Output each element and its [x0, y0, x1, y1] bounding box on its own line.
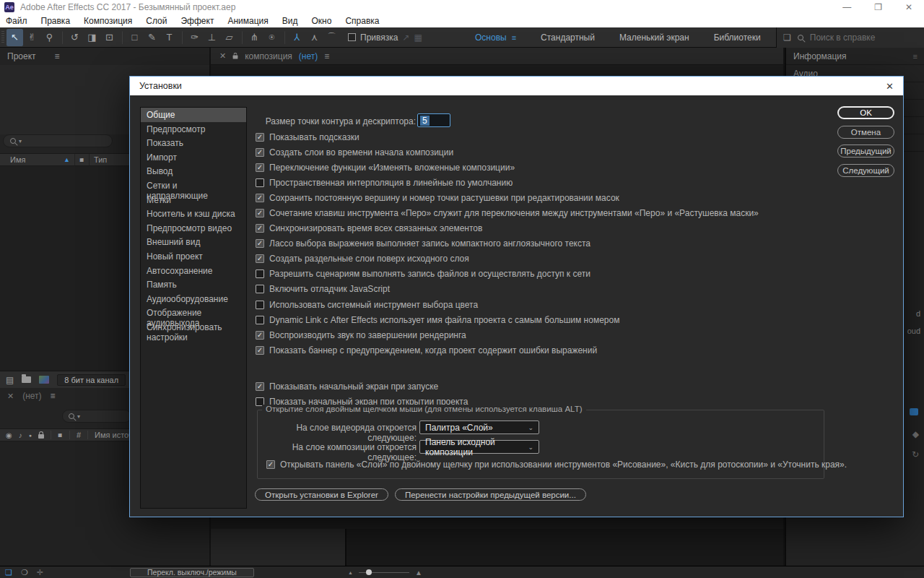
workspace-panel-icon[interactable]: ❏: [783, 33, 791, 43]
category-item[interactable]: Вывод: [141, 164, 246, 178]
comp-open-dropdown[interactable]: Панель исходной композиции ⌄: [419, 440, 539, 454]
layer-number-column[interactable]: #: [77, 431, 81, 439]
menu-item[interactable]: Вид: [282, 16, 298, 26]
graph-editor-icon[interactable]: ❍: [21, 568, 28, 577]
tag-icon[interactable]: ◆: [56, 431, 64, 439]
zoom-in-icon[interactable]: ▲: [415, 569, 422, 577]
preference-row[interactable]: Открывать панель «Слой» по двойному щелч…: [266, 460, 847, 470]
checkbox-icon[interactable]: [256, 346, 264, 355]
camera-tool-icon[interactable]: ◨: [84, 29, 100, 46]
close-tab-icon[interactable]: ✕: [7, 392, 14, 401]
puppet-pin-tool-icon[interactable]: ⍟: [263, 29, 280, 46]
zoom-out-icon[interactable]: ▲: [348, 570, 353, 575]
workspace-tab-basics[interactable]: Основы ≡: [475, 33, 516, 43]
preference-row[interactable]: Лассо выбора выражения выполняет запись …: [256, 236, 759, 251]
checkbox-icon[interactable]: [256, 148, 264, 157]
snap-option-icon[interactable]: ▦: [414, 33, 422, 43]
project-search-input[interactable]: ▾: [3, 134, 113, 147]
category-item[interactable]: Показать: [141, 136, 246, 150]
close-tab-icon[interactable]: ✕: [219, 51, 226, 61]
snap-checkbox[interactable]: [348, 33, 356, 41]
shape-tool-icon[interactable]: □: [126, 29, 143, 46]
pan-behind-tool-icon[interactable]: ⊡: [101, 29, 118, 46]
toolbar-grip[interactable]: [1, 31, 4, 44]
ok-button[interactable]: OK: [837, 106, 894, 119]
refresh-cursor-icon[interactable]: ↻: [912, 449, 919, 460]
column-name[interactable]: Имя ▲: [0, 154, 75, 165]
checkbox-icon[interactable]: [256, 163, 264, 172]
toolbar-separator[interactable]: [242, 31, 243, 44]
dialog-close-icon[interactable]: ✕: [886, 81, 894, 92]
open-prefs-in-explorer-button[interactable]: Открыть установки в Explorer: [255, 488, 388, 501]
preference-row[interactable]: Dynamic Link с After Effects использует …: [256, 312, 759, 327]
checkbox-icon[interactable]: [256, 133, 264, 142]
panel-menu-icon[interactable]: ≡: [51, 391, 56, 401]
selection-tool-icon[interactable]: ↖: [6, 29, 23, 46]
preference-row[interactable]: Создать слои во времени начала композици…: [256, 144, 759, 160]
preference-row[interactable]: Разрешить сценариям выполнять запись фай…: [256, 267, 759, 282]
new-folder-icon[interactable]: [22, 376, 31, 383]
checkbox-icon[interactable]: [256, 301, 264, 309]
column-label[interactable]: ◆: [75, 154, 90, 165]
hand-tool-icon[interactable]: ✌: [24, 29, 40, 46]
category-item[interactable]: Носитель и кэш диска: [141, 207, 246, 221]
zoom-slider-track[interactable]: [359, 572, 409, 573]
checkbox-icon[interactable]: [266, 460, 275, 469]
mask-lasso-icon[interactable]: ⌒: [323, 29, 340, 46]
preference-row[interactable]: Показать баннер с предупреждением, когда…: [256, 342, 759, 358]
toolbar-separator[interactable]: [284, 31, 285, 44]
category-item[interactable]: Автосохранение: [141, 264, 246, 278]
checkbox-icon[interactable]: [256, 239, 264, 248]
toolbar-separator[interactable]: [62, 31, 63, 44]
menu-item[interactable]: Правка: [41, 16, 71, 26]
preference-row[interactable]: Синхронизировать время всех связанных эл…: [256, 221, 759, 236]
snap-option-icon[interactable]: ↗: [402, 33, 409, 43]
type-tool-icon[interactable]: T: [161, 29, 178, 46]
category-item[interactable]: Внешний вид: [141, 235, 246, 249]
interpret-footage-icon[interactable]: ▤: [6, 375, 14, 385]
workspace-tab-libraries[interactable]: Библиотеки: [714, 33, 761, 43]
category-item[interactable]: Сетки и направляющие: [141, 178, 246, 193]
minimize-button[interactable]: —: [842, 2, 851, 12]
menu-item[interactable]: Анимация: [227, 16, 268, 26]
checkbox-icon[interactable]: [256, 209, 264, 217]
roto-brush-tool-icon[interactable]: ⋔: [246, 29, 263, 46]
timeline-search-input[interactable]: ▾: [62, 410, 131, 423]
footage-open-dropdown[interactable]: Палитра «Слой» ⌄: [419, 420, 539, 434]
panel-menu-icon[interactable]: ≡: [324, 51, 329, 61]
toolbar-separator[interactable]: [122, 31, 123, 44]
checkbox-icon[interactable]: [256, 224, 264, 233]
checkbox-icon[interactable]: [256, 178, 264, 187]
zoom-slider-knob[interactable]: [366, 569, 372, 575]
checkbox-icon[interactable]: [256, 269, 264, 278]
preference-row[interactable]: Включить отладчик JavaScript: [256, 282, 759, 297]
workspace-menu-icon[interactable]: ≡: [512, 33, 516, 42]
audio-icon[interactable]: ♪: [19, 431, 22, 439]
panel-menu-icon[interactable]: ≡: [55, 51, 60, 61]
next-button[interactable]: Следующий: [837, 164, 894, 177]
lock-icon[interactable]: [38, 434, 44, 439]
category-item[interactable]: Новый проект: [141, 249, 246, 264]
help-search-box[interactable]: ❏ Поиск в справке: [776, 27, 924, 48]
mask-mode-icon[interactable]: ⅄: [289, 29, 305, 46]
menu-item[interactable]: Композиция: [84, 16, 132, 26]
toggle-switches-modes-button[interactable]: Перекл. выключ./режимы: [130, 568, 254, 577]
path-point-size-input[interactable]: 5: [417, 113, 450, 127]
bit-depth-button[interactable]: 8 бит на канал: [57, 374, 126, 386]
info-panel-tab[interactable]: Информация ≡: [786, 48, 924, 65]
checkbox-icon[interactable]: [256, 194, 264, 202]
workspace-tab-standard[interactable]: Стандартный: [541, 33, 595, 43]
pen-tool-icon[interactable]: ✎: [144, 29, 160, 46]
eye-icon[interactable]: ◉: [6, 431, 12, 439]
previous-button[interactable]: Предыдущий: [837, 144, 894, 158]
eraser-tool-icon[interactable]: ▱: [221, 29, 237, 46]
solo-icon[interactable]: ●: [29, 433, 32, 438]
menu-item[interactable]: Эффект: [180, 16, 214, 26]
menu-item[interactable]: Окно: [311, 16, 331, 26]
migrate-previous-settings-button[interactable]: Перенести настройки предыдущей версии...: [395, 488, 586, 501]
preference-row[interactable]: Использовать системный инструмент выбора…: [256, 297, 759, 312]
shield-icon[interactable]: ◆: [912, 429, 919, 439]
workspace-tab-small-screen[interactable]: Маленький экран: [619, 33, 689, 43]
category-item[interactable]: Аудиооборудование: [141, 292, 246, 306]
new-composition-icon[interactable]: [39, 376, 49, 384]
